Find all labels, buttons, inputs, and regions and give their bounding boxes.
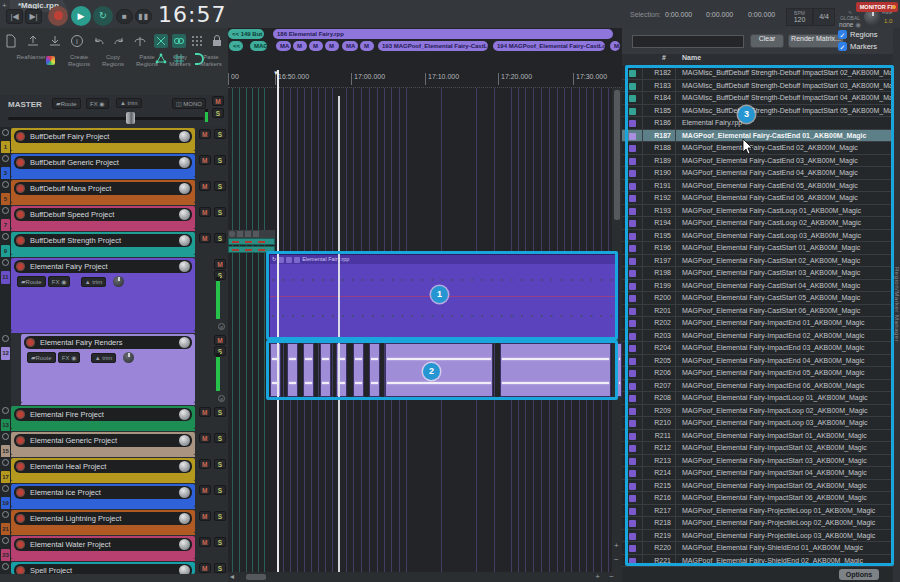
render-matrix-button[interactable]: Render Matrix... <box>788 34 844 48</box>
master-route-button[interactable]: ▰Route <box>52 98 81 109</box>
record-arm-icon[interactable] <box>16 210 25 219</box>
region-name[interactable]: MAGPoof_Elemental Fairy-CastStart 04_AKB… <box>678 280 893 292</box>
zoom-out-icon[interactable]: − <box>609 573 614 581</box>
pan-knob[interactable] <box>113 276 124 287</box>
region-name[interactable]: MAGMisc_BuffDebuff Strength-Debuff Impac… <box>678 92 893 104</box>
options-button[interactable]: Options <box>839 569 879 580</box>
solo-button[interactable]: S <box>214 233 226 243</box>
repeat-button[interactable]: ↻ <box>93 6 113 26</box>
mute-button[interactable]: M <box>199 207 211 217</box>
record-arm-icon[interactable] <box>2 233 9 240</box>
region-color-swatch[interactable] <box>629 458 636 465</box>
mute-button[interactable]: M <box>214 335 226 345</box>
record-arm-icon[interactable] <box>2 407 9 414</box>
track-row[interactable]: 1 BuffDebuff Fairy Project M S <box>0 127 228 153</box>
region-name[interactable]: MAGPoof_Elemental Fairy-ImpactStart 06_A… <box>678 492 893 504</box>
region-id[interactable]: R203 <box>644 330 676 342</box>
region-row[interactable]: R193 MAGPoof_Elemental Fairy-CastLoop 01… <box>622 205 893 218</box>
region-color-swatch[interactable] <box>629 495 636 502</box>
record-arm-icon[interactable] <box>16 462 25 471</box>
region-id[interactable]: R191 <box>644 180 676 192</box>
audio-take-item[interactable] <box>228 238 275 245</box>
region-row[interactable]: R191 MAGPoof_Elemental Fairy-CastEnd 05_… <box>622 180 893 193</box>
arrange-view[interactable]: 0016:50.00017:00.00017:10.00017:20.00017… <box>228 0 622 582</box>
region-color-swatch[interactable] <box>629 408 636 415</box>
global-automation[interactable]: ∿ GLOBAL none ◉ <box>838 9 862 29</box>
track-row[interactable]: 9 BuffDebuff Strength Project M S <box>0 231 228 257</box>
region-name[interactable]: MAGPoof_Elemental Fairy-CastLoop 03_AKB0… <box>678 230 893 242</box>
region-name[interactable]: MAGPoof_Elemental Fairy-ProjectileLoop 0… <box>678 530 893 542</box>
region-row[interactable]: R200 MAGPoof_Elemental Fairy-CastStart 0… <box>622 292 893 305</box>
master-track[interactable]: MASTER ▰Route FX ◉ ▲ trim ◫ MONO M S <box>0 95 228 127</box>
checkbox-icon[interactable]: ✓ <box>838 30 847 39</box>
track-row[interactable]: 23 Elemental Water Project M S <box>0 535 228 561</box>
region-color-swatch[interactable] <box>629 358 636 365</box>
region-color-swatch[interactable] <box>629 383 636 390</box>
track-name[interactable]: Elemental Water Project <box>30 540 111 549</box>
region-color-swatch[interactable] <box>629 470 636 477</box>
region-name[interactable]: MAGPoof_Elemental Fairy-ImpactLoop 01_AK… <box>678 392 893 404</box>
region-name[interactable]: MAGPoof_Elemental Fairy-ImpactEnd 05_AKB… <box>678 367 893 379</box>
marker-pill[interactable]: 186 Elemental Fairy.rpp <box>273 29 613 39</box>
region-color-swatch[interactable] <box>629 283 636 290</box>
track-name[interactable]: BuffDebuff Generic Project <box>30 158 119 167</box>
region-pill[interactable]: << <box>229 41 243 51</box>
region-name[interactable]: MAGPoof_Elemental Fairy-ImpactEnd 01_AKB… <box>678 317 893 329</box>
record-arm-icon[interactable] <box>2 129 9 136</box>
region-id[interactable]: R217 <box>644 505 676 517</box>
track-name[interactable]: Elemental Fairy Project <box>30 262 108 271</box>
audio-item[interactable] <box>617 343 622 397</box>
region-name[interactable]: MAGPoof_Elemental Fairy-CastEnd 04_AKB00… <box>678 167 893 179</box>
track-name[interactable]: Elemental Heal Project <box>30 462 106 471</box>
region-row[interactable]: R188 MAGPoof_Elemental Fairy-CastEnd 02_… <box>622 142 893 155</box>
region-row[interactable]: R220 MAGPoof_Elemental Fairy-ShieldEnd 0… <box>622 542 893 555</box>
region-color-swatch[interactable] <box>629 270 636 277</box>
master-trim-button[interactable]: ▲ trim <box>116 98 142 108</box>
record-arm-icon[interactable] <box>2 207 9 214</box>
region-row[interactable]: R211 MAGPoof_Elemental Fairy-ImpactStart… <box>622 430 893 443</box>
solo-button[interactable]: S <box>214 433 226 443</box>
marker-pill[interactable]: M <box>309 41 323 51</box>
phase-button[interactable]: ø <box>218 395 225 402</box>
timeline-ruler[interactable]: 0016:50.00017:00.00017:10.00017:20.00017… <box>228 70 622 88</box>
region-id[interactable]: R184 <box>644 92 676 104</box>
timesig-display[interactable]: 4/4 <box>813 8 835 26</box>
track-name[interactable]: BuffDebuff Fairy Project <box>30 132 109 141</box>
track-name[interactable]: Elemental Fairy Renders <box>40 338 123 347</box>
solo-button[interactable]: S <box>214 207 226 217</box>
audio-item[interactable] <box>320 343 331 397</box>
fader-handle[interactable] <box>126 112 135 124</box>
region-row[interactable]: R189 MAGPoof_Elemental Fairy-CastEnd 03_… <box>622 155 893 168</box>
region-color-swatch[interactable] <box>629 158 636 165</box>
region-row[interactable]: R212 MAGPoof_Elemental Fairy-ImpactStart… <box>622 442 893 455</box>
marker-pill[interactable]: M <box>325 41 339 51</box>
route-button[interactable]: ▰Route <box>17 276 46 287</box>
import-icon[interactable] <box>48 34 62 48</box>
region-color-swatch[interactable] <box>629 233 636 240</box>
region-color-swatch[interactable] <box>629 308 636 315</box>
reanamer-icon[interactable] <box>46 56 55 65</box>
master-solo-button[interactable]: S <box>212 108 224 118</box>
region-id[interactable]: R213 <box>644 455 676 467</box>
region-id[interactable]: R197 <box>644 255 676 267</box>
region-name[interactable]: MAGPoof_Elemental Fairy-CastEnd 01_AKB00… <box>678 130 893 142</box>
region-name[interactable]: MAGPoof_Elemental Fairy-ImpactStart 02_A… <box>678 442 893 454</box>
region-row[interactable]: R205 MAGPoof_Elemental Fairy-ImpactEnd 0… <box>622 355 893 368</box>
marker-pill[interactable]: MA <box>276 41 291 51</box>
mute-button[interactable]: M <box>199 485 211 495</box>
region-row[interactable]: R186 Elemental Fairy.rpp <box>622 117 893 130</box>
marker-pill[interactable]: M <box>360 41 374 51</box>
region-id[interactable]: R212 <box>644 442 676 454</box>
region-color-swatch[interactable] <box>629 108 636 115</box>
item-loop-icon[interactable]: ↻ <box>272 256 277 262</box>
solo-button[interactable]: S <box>214 407 226 417</box>
go-to-start-button[interactable]: |◀ <box>6 9 23 24</box>
region-id[interactable]: R187 <box>644 130 676 142</box>
region-name[interactable]: MAGPoof_Elemental Fairy-CastStart 01_AKB… <box>678 242 893 254</box>
region-id[interactable]: R193 <box>644 205 676 217</box>
region-color-swatch[interactable] <box>629 145 636 152</box>
region-id[interactable]: R219 <box>644 530 676 542</box>
volume-knob[interactable] <box>179 261 190 272</box>
region-color-swatch[interactable] <box>629 370 636 377</box>
go-to-end-button[interactable]: ▶| <box>25 9 42 24</box>
